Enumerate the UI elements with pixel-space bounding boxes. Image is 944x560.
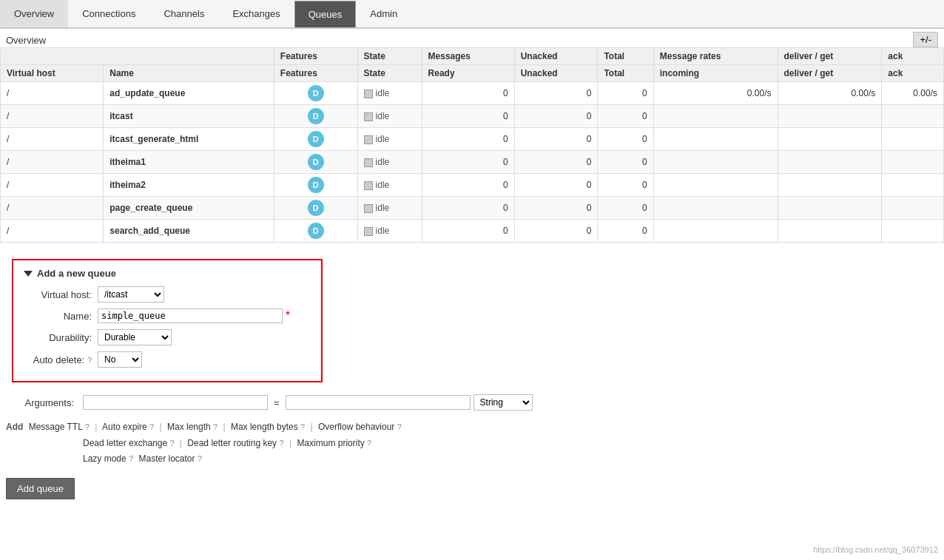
help-message-ttl[interactable]: ? <box>85 422 90 431</box>
auto-delete-select[interactable]: No Yes <box>98 351 142 368</box>
cell-total: 0 <box>598 151 653 174</box>
durability-select[interactable]: Durable Transient <box>98 329 172 345</box>
auto-delete-help[interactable]: ? <box>87 356 92 365</box>
link-dead-letter-routing-key[interactable]: Dead letter routing key <box>187 438 277 448</box>
feature-badge: D <box>308 131 324 147</box>
name-row: Name: * <box>24 308 311 323</box>
deliver-get-sub-header: deliver / get <box>778 65 882 82</box>
cell-deliver-get <box>778 174 882 197</box>
cell-ready: 0 <box>422 197 514 220</box>
cell-unacked: 0 <box>514 82 598 105</box>
link-dead-letter-exchange[interactable]: Dead letter exchange <box>83 438 167 448</box>
total-sub-header: Total <box>598 65 653 82</box>
unacked-col-header: Unacked <box>514 48 598 65</box>
link-overflow-behaviour[interactable]: Overflow behaviour <box>318 422 394 432</box>
help-dead-letter-routing-key[interactable]: ? <box>279 439 283 448</box>
cell-incoming <box>653 151 778 174</box>
help-master-locator[interactable]: ? <box>198 454 202 463</box>
add-queue-btn-row: Add queue <box>0 472 944 505</box>
cell-feature: D <box>274 151 357 174</box>
nav-connections[interactable]: Connections <box>68 0 149 27</box>
table-row[interactable]: / search_add_queue D idle 0 0 0 <box>1 220 944 243</box>
sep3: | <box>223 422 225 432</box>
arguments-label: Arguments: <box>6 397 80 408</box>
help-lazy-mode[interactable]: ? <box>129 454 133 463</box>
add-label: Add <box>6 422 23 432</box>
help-auto-expire[interactable]: ? <box>149 422 154 431</box>
help-max-length[interactable]: ? <box>213 422 218 431</box>
add-queue-title: Add a new queue <box>24 268 311 279</box>
sep6: | <box>289 438 291 448</box>
sep1: | <box>95 422 97 432</box>
link-max-length[interactable]: Max length <box>167 422 211 432</box>
nav-exchanges[interactable]: Exchanges <box>218 0 294 27</box>
plus-minus-button[interactable]: +/- <box>913 32 938 47</box>
nav-channels[interactable]: Channels <box>149 0 218 27</box>
cell-name: search_add_queue <box>104 220 274 243</box>
sep4: | <box>310 422 312 432</box>
cell-name: page_create_queue <box>104 197 274 220</box>
cell-ack: 0.00/s <box>882 82 944 105</box>
link-auto-expire[interactable]: Auto expire <box>102 422 147 432</box>
arguments-key-input[interactable] <box>83 395 268 410</box>
add-queue-button[interactable]: Add queue <box>6 478 75 499</box>
link-max-length-bytes[interactable]: Max length bytes <box>231 422 298 432</box>
cell-total: 0 <box>598 174 653 197</box>
sep5: | <box>180 438 182 448</box>
cell-incoming <box>653 174 778 197</box>
collapse-icon[interactable] <box>24 271 33 277</box>
table-row[interactable]: / itheima1 D idle 0 0 0 <box>1 151 944 174</box>
cell-feature: D <box>274 174 357 197</box>
vhost-label: Virtual host: <box>24 289 98 300</box>
name-input[interactable] <box>98 308 283 323</box>
vhost-select[interactable]: /itcast / <box>98 286 164 303</box>
name-label: Name: <box>24 311 98 322</box>
cell-incoming <box>653 105 778 128</box>
cell-unacked: 0 <box>514 174 598 197</box>
cell-incoming <box>653 197 778 220</box>
durability-row: Durability: Durable Transient <box>24 329 311 345</box>
table-row[interactable]: / itcast D idle 0 0 0 <box>1 105 944 128</box>
cell-vhost: / <box>1 128 104 151</box>
link-master-locator[interactable]: Master locator <box>139 453 195 464</box>
table-row[interactable]: / itcast_generate_html D idle 0 0 0 <box>1 128 944 151</box>
cell-unacked: 0 <box>514 105 598 128</box>
nav-queues[interactable]: Queues <box>294 1 357 27</box>
cell-ack <box>882 151 944 174</box>
sep2: | <box>160 422 162 432</box>
cell-deliver-get: 0.00/s <box>778 82 882 105</box>
cell-name: itcast_generate_html <box>104 128 274 151</box>
nav-overview[interactable]: Overview <box>0 0 68 27</box>
ack-sub-header: ack <box>882 65 944 82</box>
nav-admin[interactable]: Admin <box>356 0 411 27</box>
arguments-value-input[interactable] <box>286 395 471 410</box>
cell-state: idle <box>357 82 422 105</box>
feature-badge: D <box>308 223 324 239</box>
table-row[interactable]: / ad_update_queue D idle 0 0 0 0.00/s 0.… <box>1 82 944 105</box>
cell-ack <box>882 197 944 220</box>
link-lazy-mode[interactable]: Lazy mode <box>83 453 127 464</box>
cell-total: 0 <box>598 128 653 151</box>
help-maximum-priority[interactable]: ? <box>367 439 371 448</box>
overview-col-header <box>1 48 274 65</box>
help-overflow-behaviour[interactable]: ? <box>397 422 402 431</box>
table-row[interactable]: / itheima2 D idle 0 0 0 <box>1 174 944 197</box>
cell-total: 0 <box>598 82 653 105</box>
total-col-header: Total <box>598 48 653 65</box>
cell-state: idle <box>357 174 422 197</box>
state-icon <box>364 204 373 213</box>
cell-total: 0 <box>598 197 653 220</box>
link-maximum-priority[interactable]: Maximum priority <box>297 438 364 448</box>
help-dead-letter-exchange[interactable]: ? <box>169 439 174 448</box>
arguments-type-select[interactable]: String Number Boolean <box>473 394 533 411</box>
link-message-ttl[interactable]: Message TTL <box>29 422 83 432</box>
state-icon <box>364 90 373 98</box>
cell-ready: 0 <box>422 151 514 174</box>
state-icon <box>364 135 373 144</box>
cell-total: 0 <box>598 105 653 128</box>
help-max-length-bytes[interactable]: ? <box>300 422 305 431</box>
cell-feature: D <box>274 105 357 128</box>
required-marker: * <box>286 309 290 323</box>
table-row[interactable]: / page_create_queue D idle 0 0 0 <box>1 197 944 220</box>
cell-deliver-get <box>778 128 882 151</box>
